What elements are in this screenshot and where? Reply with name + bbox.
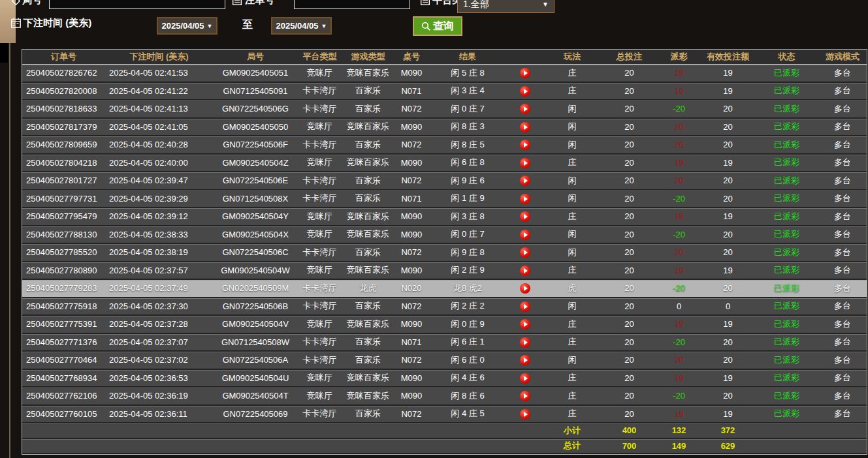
cell-replay [507,82,543,100]
play-icon[interactable] [520,247,530,258]
cell-total-bet: 20 [602,226,657,244]
cell-bet-time: 2025-04-05 02:39:47 [105,172,213,190]
table-row[interactable]: 250405027818633 2025-04-05 02:41:13 GN07… [22,100,867,118]
play-icon[interactable] [520,319,530,329]
table-row[interactable]: 250405027795479 2025-04-05 02:39:12 GM09… [22,207,867,226]
date-from-select[interactable]: 2025/04/05 ▼ [157,17,217,35]
round-number-input[interactable] [49,0,225,9]
cell-result: 闲 0 庄 7 [428,226,507,244]
play-icon[interactable] [520,68,530,78]
cell-game-type: 百家乐 [342,351,394,369]
table-body: 250405027826762 2025-04-05 02:41:53 GM09… [22,64,867,423]
table-row[interactable]: 250405027788130 2025-04-05 02:38:33 GM09… [22,226,867,244]
cell-round-number: GM09025405051 [213,64,298,82]
table-row[interactable]: 250405027760105 2025-04-05 02:36:11 GN07… [22,405,867,423]
play-icon[interactable] [520,140,530,150]
cell-status: 已派彩 [755,262,818,280]
cell-wager: 庄 [543,64,602,82]
platform-type-select[interactable]: 1.全部 ▼ [457,0,555,13]
play-icon[interactable] [520,122,530,132]
play-icon[interactable] [520,158,530,168]
table-row[interactable]: 250405027768934 2025-04-05 02:36:53 GM09… [22,369,867,388]
table-row[interactable]: 250405027770464 2025-04-05 02:37:02 GN07… [22,351,867,369]
grand-total-valid-bet: 629 [701,438,755,454]
table-row[interactable]: 250405027820008 2025-04-05 02:41:22 GN07… [22,82,867,100]
cell-game-mode: 多台 [818,279,867,298]
table-row[interactable]: 250405027797731 2025-04-05 02:39:29 GN07… [22,190,867,208]
cell-table-number: M090 [394,154,428,172]
play-icon[interactable] [520,409,530,420]
bet-number-input[interactable] [294,0,410,9]
cell-bet-time: 2025-04-05 02:41:05 [105,118,213,136]
cell-round-number: GN0722540506B [213,298,298,316]
cell-payout: 19 [657,154,701,172]
cell-result: 闲 0 庄 9 [428,315,507,333]
table-row[interactable]: 250405027804218 2025-04-05 02:40:00 GM09… [22,154,867,172]
cell-platform-type: 卡卡湾厅 [298,100,342,118]
cell-bet-time: 2025-04-05 02:38:19 [105,243,213,262]
cell-platform-type: 竞咪厅 [298,369,342,388]
cell-game-type: 竞咪百家乐 [342,118,394,136]
play-icon[interactable] [520,283,530,294]
cell-order-number: 250405027762106 [22,387,105,405]
play-icon[interactable] [520,355,530,365]
cell-payout: 20 [657,243,701,262]
table-row[interactable]: 250405027762106 2025-04-05 02:36:19 GM09… [22,387,867,405]
cell-valid-bet: 19 [701,369,755,388]
table-row[interactable]: 250405027817379 2025-04-05 02:41:05 GM09… [22,118,867,136]
table-row[interactable]: 250405027779283 2025-04-05 02:37:49 GN02… [22,279,867,298]
cell-total-bet: 20 [602,315,657,333]
play-icon[interactable] [520,230,530,240]
table-row[interactable]: 250405027771376 2025-04-05 02:37:07 GN07… [22,333,867,352]
cell-platform-type: 卡卡湾厅 [298,172,342,190]
cell-game-type: 竞咪百家乐 [342,64,394,82]
cell-platform-type: 卡卡湾厅 [298,243,342,262]
grand-total-row: 总计 700 149 629 [22,438,867,454]
play-icon[interactable] [520,391,530,401]
play-icon[interactable] [520,373,530,384]
subtotal-row: 小计 400 132 372 [22,423,867,438]
search-button[interactable]: 查询 [413,16,462,36]
cell-result: 闲 4 庄 6 [428,369,507,388]
play-icon[interactable] [520,337,530,348]
table-row[interactable]: 250405027775391 2025-04-05 02:37:28 GM09… [22,315,867,333]
cell-platform-type: 竞咪厅 [298,315,342,333]
cell-replay [507,100,543,118]
cell-wager: 闲 [543,100,602,118]
cell-table-number: M090 [394,64,428,82]
table-row[interactable]: 250405027775918 2025-04-05 02:37:30 GN07… [22,298,867,316]
play-icon[interactable] [520,301,530,312]
cell-wager: 闲 [543,136,602,154]
table-row[interactable]: 250405027785520 2025-04-05 02:38:19 GN07… [22,243,867,262]
play-icon[interactable] [520,176,530,186]
cell-status: 已派彩 [755,190,818,208]
table-row[interactable]: 250405027809659 2025-04-05 02:40:28 GN07… [22,136,867,154]
header-round: 局号 [213,50,298,64]
play-icon[interactable] [520,104,530,114]
cell-status: 已派彩 [755,172,818,190]
play-icon[interactable] [520,211,530,222]
cell-total-bet: 20 [602,118,657,136]
cell-status: 已派彩 [755,405,818,423]
cell-table-number: M090 [394,369,428,388]
play-icon[interactable] [520,266,530,276]
date-to-select[interactable]: 2025/04/05 ▼ [271,17,332,35]
cell-result: 闲 1 庄 9 [428,190,507,208]
cell-round-number: GN0722540506G [213,100,298,118]
cell-platform-type: 竞咪厅 [298,226,342,244]
cell-wager: 庄 [543,154,602,172]
cell-payout: -20 [657,226,701,244]
cell-replay [507,387,543,405]
cell-valid-bet: 19 [701,405,755,423]
table-row[interactable]: 250405027780890 2025-04-05 02:37:57 GM09… [22,262,867,280]
table-row[interactable]: 250405027826762 2025-04-05 02:41:53 GM09… [22,64,867,82]
header-status: 状态 [755,50,818,64]
table-row[interactable]: 250405027801727 2025-04-05 02:39:47 GN07… [22,172,867,190]
cell-replay [507,243,543,262]
cell-replay [507,136,543,154]
play-icon[interactable] [520,86,530,97]
play-icon[interactable] [520,194,530,204]
cell-table-number: N072 [394,351,428,369]
cell-game-type: 竞咪百家乐 [342,387,394,405]
cell-platform-type: 卡卡湾厅 [298,82,342,100]
